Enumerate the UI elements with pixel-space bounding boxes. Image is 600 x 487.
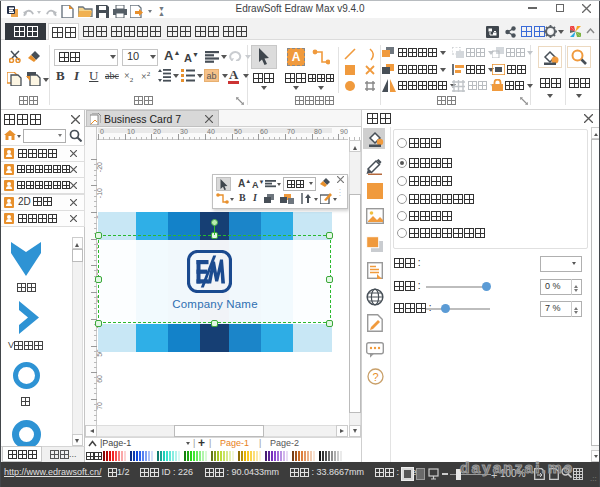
svg-text:?: ?	[372, 371, 378, 383]
